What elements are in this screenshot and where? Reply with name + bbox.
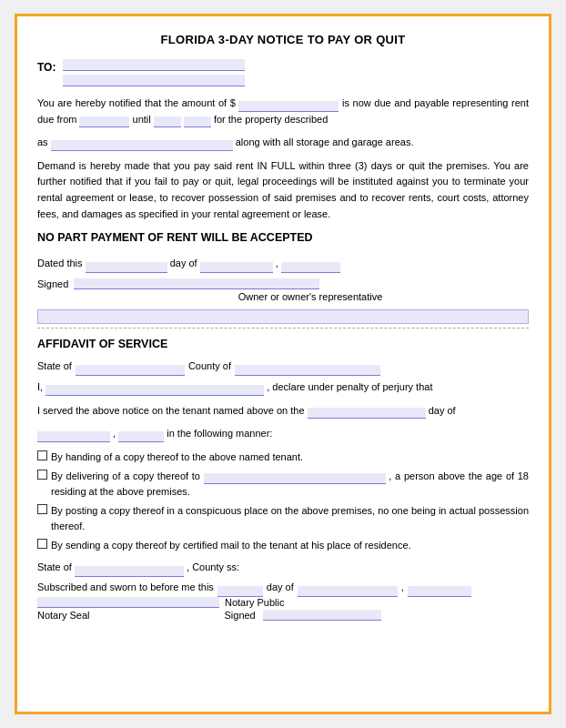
dated-text1: Dated this <box>37 258 83 268</box>
manner-row: , in the following manner: <box>37 426 529 442</box>
state-ss-row: State of , County ss: <box>37 559 529 577</box>
rent-from-field[interactable] <box>79 116 129 127</box>
county-label: County of <box>188 358 231 376</box>
state-ss-label: State of <box>37 561 72 572</box>
document-page: FLORIDA 3-DAY NOTICE TO PAY OR QUIT TO: … <box>15 14 551 714</box>
demand-paragraph: Demand is hereby made that you pay said … <box>37 158 529 222</box>
served-text: I served the above notice on the tenant … <box>37 405 305 416</box>
affidavit-heading: AFFIDAVIT OF SERVICE <box>37 338 529 350</box>
until-field-2[interactable] <box>184 116 211 127</box>
to-label: TO: <box>37 61 56 74</box>
subscribed-year-field[interactable] <box>408 586 471 597</box>
bottom-section: State of , County ss: Subscribed and swo… <box>37 559 529 621</box>
to-section: TO: <box>37 59 529 86</box>
served-row: I served the above notice on the tenant … <box>37 403 529 420</box>
until-field-1[interactable] <box>154 116 181 127</box>
state-label: State of <box>37 358 72 376</box>
notary-seal-row: Notary Seal Signed <box>37 610 529 621</box>
signed-field[interactable] <box>74 278 319 289</box>
to-line-1-field[interactable] <box>63 59 245 71</box>
checkbox-item-3: By posting a copy thereof in a conspicuo… <box>37 503 529 534</box>
dated-year-field[interactable] <box>281 262 340 273</box>
state-county-row: State of County of <box>37 358 529 376</box>
storage-text: along with all storage and garage areas. <box>236 136 414 147</box>
checkbox-2-text: By delivering of a copy thereof to , a p… <box>51 469 529 500</box>
signed-bottom-field[interactable] <box>263 610 381 621</box>
state-field[interactable] <box>76 365 185 376</box>
owner-label: Owner or owner's representative <box>92 291 529 302</box>
signed-bottom-label: Signed <box>224 610 255 621</box>
checkbox-4-text: By sending a copy thereof by certified m… <box>51 538 529 553</box>
manner-field-2[interactable] <box>118 431 164 442</box>
checkbox-item-1: By handing of a copy thereof to the abov… <box>37 450 529 465</box>
signed-section: Signed Owner or owner's representative <box>37 278 529 302</box>
as-text: as <box>37 136 48 147</box>
day-of-text: day of <box>429 405 456 416</box>
property-field[interactable] <box>51 140 233 151</box>
subscribed-month-field[interactable] <box>298 586 398 597</box>
notary-public-row: Notary Public <box>37 597 529 608</box>
document-title: FLORIDA 3-DAY NOTICE TO PAY OR QUIT <box>37 33 529 46</box>
manner-field-1[interactable] <box>37 431 110 442</box>
notary-public-label: Notary Public <box>225 597 284 608</box>
property-text: for the property described <box>214 114 328 125</box>
dated-month-field[interactable] <box>200 262 273 273</box>
notary-sig-field[interactable] <box>37 597 219 608</box>
declare-text: , declare under penalty of perjury that <box>267 381 432 392</box>
served-date-field[interactable] <box>308 408 426 419</box>
i-label: I, <box>37 381 43 392</box>
to-address-lines <box>63 59 245 86</box>
divider-box <box>37 309 529 324</box>
checkbox-2[interactable] <box>37 470 47 480</box>
signed-label: Signed <box>37 278 68 289</box>
checkbox-item-2: By delivering of a copy thereof to , a p… <box>37 469 529 500</box>
county-ss-label: , County ss: <box>187 561 239 572</box>
checkbox-4[interactable] <box>37 539 47 549</box>
as-paragraph: as along with all storage and garage are… <box>37 135 529 151</box>
declarant-field[interactable] <box>45 385 264 396</box>
until-text: until <box>133 114 151 125</box>
signed-row: Signed <box>37 278 529 289</box>
amount-paragraph: You are hereby notified that the amount … <box>37 96 529 127</box>
day-text: day of <box>267 579 294 597</box>
dated-day-field[interactable] <box>86 262 167 273</box>
subscribed-row: Subscribed and sworn to before me this d… <box>37 579 529 597</box>
following-manner-text: in the following manner: <box>167 428 272 439</box>
checkbox-3[interactable] <box>37 504 47 514</box>
checkbox-1[interactable] <box>37 450 47 460</box>
amount-field[interactable] <box>238 101 339 112</box>
no-part-heading: NO PART PAYMENT OF RENT WILL BE ACCEPTED <box>37 231 529 244</box>
dated-text2: day of <box>170 258 197 268</box>
subscribed-text: Subscribed and sworn to before me this <box>37 579 214 597</box>
dashed-divider <box>37 328 529 329</box>
dated-section: Dated this day of , <box>37 253 529 273</box>
amount-text-1: You are hereby notified that the amount … <box>37 97 236 108</box>
state-ss-field[interactable] <box>75 566 184 577</box>
i-declare-row: I, , declare under penalty of perjury th… <box>37 379 529 396</box>
delivering-to-field[interactable] <box>204 473 386 484</box>
checkbox-3-text: By posting a copy thereof in a conspicuo… <box>51 503 529 534</box>
county-field[interactable] <box>235 365 380 376</box>
subscribed-day-field[interactable] <box>217 586 263 597</box>
checkbox-item-4: By sending a copy thereof by certified m… <box>37 538 529 553</box>
to-line-2-field[interactable] <box>63 75 245 86</box>
notary-seal-label: Notary Seal <box>37 610 89 621</box>
checkbox-1-text: By handing of a copy thereof to the abov… <box>51 450 529 465</box>
